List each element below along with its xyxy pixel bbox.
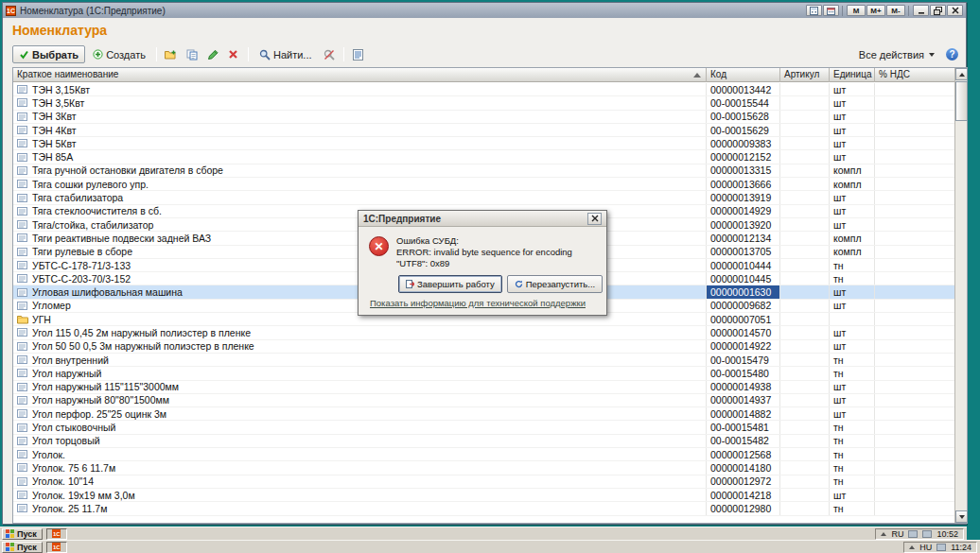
table-row[interactable]: ТЭН 5Квт00000009383шт	[13, 137, 955, 150]
grid-header: Краткое наименование Код Артикул Единица…	[13, 68, 955, 82]
column-header-unit[interactable]: Единица	[830, 68, 875, 82]
cell-name: Тяга сошки рулевого упр.	[13, 178, 707, 190]
keyboard-tray-icon[interactable]	[908, 530, 918, 538]
vertical-scrollbar[interactable]	[954, 68, 967, 523]
cell-article	[780, 489, 830, 501]
table-row[interactable]: Угол наружный 80"80"1500мм00000014937шт	[13, 394, 955, 407]
tray-expand-icon[interactable]	[909, 545, 915, 549]
dialog-title: 1С:Предприятие	[363, 214, 441, 224]
table-row[interactable]: Тяга ручной остановки двигателя в сборе0…	[13, 164, 955, 178]
cell-article	[780, 367, 830, 379]
close-button[interactable]	[947, 5, 963, 16]
scroll-up-button[interactable]	[955, 68, 968, 80]
cell-vat	[875, 272, 955, 285]
cell-code: 00000009682	[707, 300, 780, 312]
quit-button[interactable]: Завершить работу	[398, 275, 502, 293]
cancel-search-button[interactable]	[320, 45, 339, 63]
chevron-down-icon	[929, 53, 935, 57]
all-actions-button[interactable]: Все действия	[853, 45, 940, 63]
support-info-link[interactable]: Показать информацию для технической подд…	[370, 298, 586, 308]
memory-m-plus-button[interactable]: М+	[866, 5, 885, 16]
cell-article	[780, 448, 830, 460]
window-titlebar[interactable]: 1С Номенклатура (1С:Предприятие) М М+ М-	[3, 3, 966, 18]
table-row[interactable]: ТЭН 85А00000012152шт	[13, 150, 955, 164]
copy-item-button[interactable]	[183, 45, 201, 63]
table-row[interactable]: Уголок. 19х19 мм 3,0м00000014218шт	[13, 489, 955, 502]
close-icon	[591, 215, 599, 222]
column-header-code[interactable]: Код	[707, 68, 780, 82]
table-row[interactable]: ТЭН 4Квт00-00015629шт	[13, 124, 955, 137]
cell-unit: шт	[830, 83, 875, 95]
table-row[interactable]: Угол перфор. 25"25 оцинк 3м00000014882шт	[13, 407, 955, 421]
cell-unit: шт	[830, 124, 875, 136]
minimize-button[interactable]	[913, 5, 929, 16]
edit-button[interactable]	[203, 45, 222, 63]
1c-app-icon: 1С	[52, 543, 61, 551]
taskbar-app-1c-remote[interactable]: 1С	[46, 528, 67, 540]
taskbar-app-1c-host[interactable]: 1С	[46, 542, 67, 553]
table-row[interactable]: Угол стыковочный00-00015481тн	[13, 421, 955, 434]
calculator-icon[interactable]	[806, 5, 822, 16]
cell-unit: тн	[830, 435, 875, 447]
cell-vat	[875, 164, 955, 177]
restore-button[interactable]	[930, 5, 946, 16]
cell-unit: тн	[830, 259, 875, 271]
cell-unit: шт	[830, 150, 875, 163]
delete-button[interactable]	[224, 45, 243, 63]
cell-article	[780, 259, 830, 271]
cell-article	[780, 285, 830, 298]
table-row[interactable]: Угол наружный00-00015480тн	[13, 367, 955, 380]
network-tray-icon[interactable]	[922, 530, 932, 538]
memory-m-button[interactable]: М	[847, 5, 866, 16]
table-row[interactable]: ТЭН 3Квт00-00015628шт	[13, 111, 955, 124]
table-row[interactable]: ТЭН 3,5Квт00-00015544шт	[13, 96, 955, 110]
column-header-vat[interactable]: % НДС	[875, 68, 955, 82]
cell-unit: шт	[830, 218, 875, 231]
cell-article	[780, 421, 830, 433]
table-row[interactable]: Угол внутренний00-00015479тн	[13, 354, 955, 367]
table-row[interactable]: Тяга стабилизатора00000013919шт	[13, 191, 955, 204]
start-button-remote[interactable]: Пуск	[2, 528, 43, 540]
dialog-titlebar[interactable]: 1С:Предприятие	[359, 211, 606, 227]
cell-unit: шт	[830, 381, 875, 393]
start-button-host[interactable]: Пуск	[2, 542, 43, 553]
table-row[interactable]: Уголок. 10"1400000012972тн	[13, 475, 955, 489]
scroll-down-button[interactable]	[955, 510, 968, 523]
table-row[interactable]: Тяга сошки рулевого упр.00000013666компл	[13, 178, 955, 191]
table-row[interactable]: Уголок. 75 6 11.7м00000014180тн	[13, 461, 955, 475]
cell-unit: тн	[830, 461, 875, 474]
cell-unit: компл	[830, 164, 875, 177]
table-row[interactable]: Угол наружный 115"115"3000мм00000014938ш…	[13, 381, 955, 394]
language-indicator[interactable]: HU	[919, 543, 932, 552]
scrollbar-thumb[interactable]	[955, 81, 968, 121]
calendar-icon[interactable]	[823, 5, 839, 16]
table-row[interactable]: Уголок. 25 11.7м00000012980тн	[13, 502, 955, 515]
table-row[interactable]: ТЭН 3,15Квт00000013442шт	[13, 83, 955, 96]
display-tray-icon[interactable]	[936, 544, 946, 551]
cell-unit: шт	[830, 111, 875, 123]
help-icon[interactable]: ?	[946, 48, 958, 60]
cell-unit: компл	[830, 232, 875, 244]
column-header-name[interactable]: Краткое наименование	[13, 68, 707, 82]
plus-icon	[93, 49, 103, 60]
create-button[interactable]: Создать	[87, 45, 151, 63]
sort-ascending-icon	[693, 73, 701, 78]
table-row[interactable]: Уголок.00000012568тн	[13, 448, 955, 461]
output-list-button[interactable]	[349, 45, 368, 63]
tray-expand-icon[interactable]	[881, 532, 886, 536]
create-group-button[interactable]	[162, 45, 181, 63]
dialog-close-button[interactable]	[587, 213, 602, 225]
table-row[interactable]: Угол 115 0,45 2м наружный полиэстер в пл…	[13, 326, 955, 339]
column-header-article[interactable]: Артикул	[780, 68, 830, 82]
language-indicator[interactable]: RU	[891, 529, 903, 539]
cell-code: 00000014937	[707, 394, 780, 406]
find-button[interactable]: Найти...	[254, 45, 318, 63]
cell-unit: тн	[830, 502, 875, 514]
cell-code: 00000013705	[707, 246, 780, 258]
table-row[interactable]: Угол 50 50 0,5 3м наружный полиэстер в п…	[13, 340, 955, 354]
memory-m-minus-button[interactable]: М-	[886, 5, 905, 16]
table-row[interactable]: Угол торцовый00-00015482тн	[13, 435, 955, 448]
select-button[interactable]: Выбрать	[12, 45, 85, 63]
restart-button[interactable]: Перезапустить...	[507, 275, 604, 293]
windows-flag-icon	[6, 543, 14, 551]
